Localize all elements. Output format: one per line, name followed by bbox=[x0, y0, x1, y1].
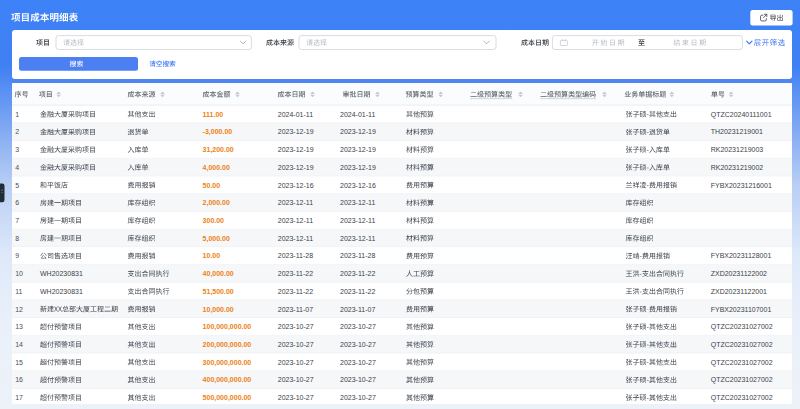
svg-text:400,000,000.00: 400,000,000.00 bbox=[203, 376, 252, 384]
svg-text:4: 4 bbox=[15, 164, 19, 171]
svg-text:FYBX20231128001: FYBX20231128001 bbox=[711, 252, 772, 259]
svg-text:10,000.00: 10,000.00 bbox=[203, 306, 234, 314]
svg-text:WH20230831: WH20230831 bbox=[40, 288, 83, 295]
svg-text:ZXD20231122002: ZXD20231122002 bbox=[711, 270, 767, 277]
svg-text:5,000.00: 5,000.00 bbox=[203, 235, 230, 243]
svg-text:2024-01-11: 2024-01-11 bbox=[340, 111, 375, 118]
svg-text:2023-10-27: 2023-10-27 bbox=[278, 341, 314, 348]
svg-text:300,000,000.00: 300,000,000.00 bbox=[203, 359, 252, 367]
svg-text:QTZC20240111001: QTZC20240111001 bbox=[711, 111, 772, 119]
svg-text:17: 17 bbox=[15, 394, 23, 401]
svg-text:2023-12-11: 2023-12-11 bbox=[340, 199, 375, 206]
svg-text:2023-10-27: 2023-10-27 bbox=[278, 359, 314, 366]
svg-text:7: 7 bbox=[15, 217, 19, 224]
svg-text:QTZC20231027002: QTZC20231027002 bbox=[711, 341, 773, 349]
svg-text:ZXD20231122001: ZXD20231122001 bbox=[711, 288, 767, 295]
svg-text:2023-12-19: 2023-12-19 bbox=[278, 128, 314, 135]
svg-text:FYBX20231216001: FYBX20231216001 bbox=[711, 182, 772, 189]
svg-text:11: 11 bbox=[15, 288, 22, 295]
svg-text:50.00: 50.00 bbox=[203, 182, 221, 189]
svg-text:2023-12-11: 2023-12-11 bbox=[278, 217, 313, 224]
svg-text:500,000,000.00: 500,000,000.00 bbox=[203, 394, 252, 402]
svg-text:2,000.00: 2,000.00 bbox=[203, 199, 230, 207]
svg-text:QTZC20231027002: QTZC20231027002 bbox=[711, 323, 773, 331]
svg-text:2023-10-27: 2023-10-27 bbox=[340, 341, 376, 348]
svg-text:2023-12-16: 2023-12-16 bbox=[340, 182, 376, 189]
svg-text:QTZC20231027002: QTZC20231027002 bbox=[711, 376, 773, 384]
svg-text:2023-12-11: 2023-12-11 bbox=[278, 235, 313, 242]
svg-text:2023-12-11: 2023-12-11 bbox=[278, 199, 313, 206]
svg-text:2023-11-28: 2023-11-28 bbox=[340, 252, 375, 259]
svg-text:2023-10-27: 2023-10-27 bbox=[340, 323, 376, 330]
svg-text:FYBX20231107001: FYBX20231107001 bbox=[711, 306, 772, 313]
svg-text:2023-12-11: 2023-12-11 bbox=[340, 235, 375, 242]
svg-text:10.00: 10.00 bbox=[203, 252, 221, 259]
svg-text:2023-12-19: 2023-12-19 bbox=[340, 146, 376, 153]
svg-text:2023-11-28: 2023-11-28 bbox=[278, 252, 313, 259]
svg-text:2023-12-19: 2023-12-19 bbox=[278, 146, 314, 153]
svg-text:TH20231219001: TH20231219001 bbox=[711, 128, 763, 135]
svg-text:2023-10-27: 2023-10-27 bbox=[278, 376, 314, 383]
svg-text:2023-10-27: 2023-10-27 bbox=[278, 323, 314, 330]
svg-text:3: 3 bbox=[15, 146, 19, 153]
svg-text:300.00: 300.00 bbox=[203, 217, 225, 224]
svg-text:14: 14 bbox=[15, 341, 23, 348]
svg-text:2023-12-19: 2023-12-19 bbox=[340, 128, 376, 135]
svg-text:2023-11-22: 2023-11-22 bbox=[278, 270, 313, 277]
svg-text:6: 6 bbox=[15, 199, 19, 206]
svg-text:1: 1 bbox=[15, 111, 19, 118]
svg-text:51,500.00: 51,500.00 bbox=[203, 288, 234, 296]
svg-text:16: 16 bbox=[15, 376, 23, 383]
svg-text:2023-12-19: 2023-12-19 bbox=[278, 164, 314, 171]
svg-text:2023-12-16: 2023-12-16 bbox=[278, 182, 314, 189]
svg-text:2023-11-22: 2023-11-22 bbox=[340, 288, 375, 295]
svg-text:100,000,000.00: 100,000,000.00 bbox=[203, 323, 252, 331]
svg-text:2023-10-27: 2023-10-27 bbox=[340, 376, 376, 383]
svg-text:RK20231219003: RK20231219003 bbox=[711, 146, 764, 153]
svg-text:13: 13 bbox=[15, 323, 23, 330]
svg-text:2023-12-11: 2023-12-11 bbox=[340, 217, 375, 224]
svg-text:40,000.00: 40,000.00 bbox=[203, 270, 234, 278]
svg-text:2024-01-11: 2024-01-11 bbox=[278, 111, 313, 118]
svg-text:2023-10-27: 2023-10-27 bbox=[340, 394, 376, 401]
svg-text:4,000.00: 4,000.00 bbox=[203, 164, 230, 172]
svg-text:111.00: 111.00 bbox=[203, 111, 224, 118]
svg-text:2: 2 bbox=[15, 128, 19, 135]
svg-text:QTZC20231027002: QTZC20231027002 bbox=[711, 359, 773, 367]
svg-text:2023-11-22: 2023-11-22 bbox=[340, 270, 375, 277]
svg-text:2023-11-07: 2023-11-07 bbox=[278, 306, 313, 313]
svg-text:12: 12 bbox=[15, 306, 23, 313]
svg-text:2023-12-19: 2023-12-19 bbox=[340, 164, 376, 171]
svg-text:5: 5 bbox=[15, 182, 19, 189]
svg-text:2023-10-27: 2023-10-27 bbox=[278, 394, 314, 401]
svg-text:200,000,000.00: 200,000,000.00 bbox=[203, 341, 252, 349]
svg-text:15: 15 bbox=[15, 359, 23, 366]
svg-text:8: 8 bbox=[15, 235, 19, 242]
svg-text:10: 10 bbox=[15, 270, 23, 277]
svg-text:QTZC20231027002: QTZC20231027002 bbox=[711, 394, 773, 402]
svg-text:2023-11-22: 2023-11-22 bbox=[278, 288, 313, 295]
svg-text:WH20230831: WH20230831 bbox=[40, 270, 83, 277]
svg-text:9: 9 bbox=[15, 252, 19, 259]
svg-text:31,200.00: 31,200.00 bbox=[203, 146, 234, 154]
svg-text:RK20231219002: RK20231219002 bbox=[711, 164, 764, 171]
svg-text:2023-11-07: 2023-11-07 bbox=[340, 306, 375, 313]
svg-text:2023-10-27: 2023-10-27 bbox=[340, 359, 376, 366]
svg-text:-3,000.00: -3,000.00 bbox=[203, 128, 233, 136]
